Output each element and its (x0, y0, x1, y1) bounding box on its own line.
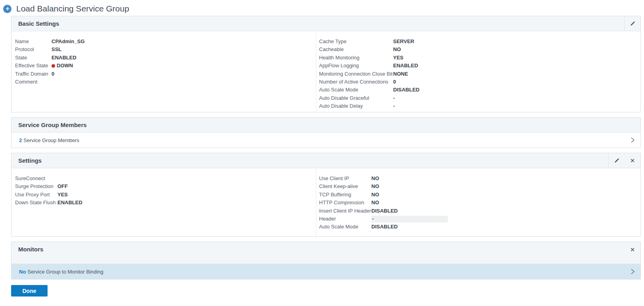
edit-settings-button[interactable] (609, 153, 625, 168)
field-value: 0 (52, 70, 54, 78)
field-row-auto-scale-mode-settings: Auto Scale Mode DISABLED (319, 223, 640, 231)
field-label: Protocol (15, 46, 52, 53)
settings-title: Settings (18, 157, 42, 164)
field-row-effective-state: Effective State DOWN (15, 62, 316, 70)
service-group-members-title: Service Group Members (18, 122, 87, 128)
field-label: Auto Scale Mode (319, 223, 371, 231)
field-row-health-monitoring: Health Monitoring YES (319, 54, 640, 62)
basic-settings-body: Name CPAdmin_SG Protocol SSL State ENABL… (11, 31, 640, 112)
field-label: Cacheable (319, 46, 393, 53)
field-value: SSL (52, 46, 61, 53)
settings-left-column: SureConnect Surge Protection OFF Use Pro… (11, 168, 316, 236)
field-value: ENABLED (52, 54, 76, 62)
field-row-surge-protection: Surge Protection OFF (15, 182, 316, 190)
field-row-use-proxy-port: Use Proxy Port YES (15, 191, 316, 199)
monitor-binding-link-row[interactable]: No Service Group to Monitor Binding (11, 264, 640, 279)
basic-settings-panel: Basic Settings Name CPAdmin_SG Protocol (11, 16, 641, 112)
close-monitors-button[interactable]: ✕ (625, 242, 640, 257)
field-row-name: Name CPAdmin_SG (15, 38, 316, 46)
field-label: Insert Client IP Header (319, 207, 371, 215)
field-row-number-of-active-connections: Number of Active Connections 0 (319, 78, 640, 86)
field-label: Header (319, 215, 371, 223)
done-button[interactable]: Done (11, 285, 48, 296)
member-count: 2 (19, 137, 22, 143)
settings-actions: ✕ (608, 153, 640, 168)
settings-panel: Settings ✕ SureConnect (11, 153, 641, 237)
field-value: SERVER (393, 38, 414, 46)
field-value: DISABLED (393, 86, 419, 94)
basic-settings-right-column: Cache Type SERVER Cacheable NO Health Mo… (316, 31, 640, 112)
field-value: DISABLED (371, 207, 397, 215)
field-row-down-state-flush: Down State Flush ENABLED (15, 199, 316, 207)
status-down-dot-icon (52, 64, 55, 68)
field-row-traffic-domain: Traffic Domain 0 (15, 70, 316, 78)
field-value: ENABLED (57, 199, 82, 207)
field-value: OFF (57, 182, 68, 190)
close-settings-button[interactable]: ✕ (625, 153, 640, 168)
field-label: AppFlow Logging (319, 62, 393, 70)
chevron-right-icon (631, 268, 635, 275)
field-label: Effective State (15, 62, 52, 70)
field-value: NONE (393, 70, 408, 78)
field-value: CPAdmin_SG (52, 38, 85, 46)
field-row-cache-type: Cache Type SERVER (319, 38, 640, 46)
chevron-right-icon (631, 137, 635, 144)
field-row-comment: Comment (15, 78, 316, 86)
field-row-sureconnect: SureConnect (15, 175, 316, 182)
monitors-title: Monitors (18, 242, 43, 257)
member-link-text: Service Group Members (23, 137, 79, 143)
field-row-cacheable: Cacheable NO (319, 46, 640, 53)
monitor-binding-link-text: Service Group to Monitor Binding (27, 269, 103, 275)
field-label: Use Proxy Port (15, 191, 57, 199)
page-header: Load Balancing Service Group (0, 0, 641, 16)
field-row-auto-disable-delay: Auto Disable Delay - (319, 102, 640, 110)
field-value: YES (393, 54, 403, 62)
field-label: Auto Scale Mode (319, 86, 393, 94)
field-value: NO (371, 182, 379, 190)
field-row-appflow-logging: AppFlow Logging ENABLED (319, 62, 640, 70)
field-value: - (393, 94, 395, 102)
field-label: HTTP Compression (319, 199, 371, 207)
field-value: NO (371, 199, 379, 207)
field-label: Cache Type (319, 38, 393, 46)
field-row-header: Header - (319, 215, 640, 223)
monitor-binding-count: No (19, 269, 26, 275)
field-row-client-keep-alive: Client Keep-alive NO (319, 182, 640, 190)
monitors-header: Monitors ✕ (11, 242, 640, 264)
field-value: DISABLED (371, 223, 397, 231)
page-footer: Done (11, 285, 641, 296)
field-label: State (15, 54, 52, 62)
pencil-icon (630, 21, 636, 27)
back-button[interactable] (3, 5, 11, 13)
field-label: Use Client IP (319, 175, 371, 182)
service-group-members-link-row[interactable]: 2 Service Group Members (11, 133, 640, 148)
close-icon: ✕ (630, 247, 635, 253)
arrow-left-icon (5, 6, 10, 11)
field-label: Name (15, 38, 52, 46)
field-label: Client Keep-alive (319, 182, 371, 190)
pencil-icon (614, 158, 620, 163)
settings-header: Settings ✕ (11, 153, 640, 168)
close-icon: ✕ (630, 158, 635, 163)
field-label: Down State Flush (15, 199, 57, 207)
field-row-monitoring-connection-close-bit: Monitoring Connection Close Bit NONE (319, 70, 640, 78)
field-row-auto-scale-mode: Auto Scale Mode DISABLED (319, 86, 640, 94)
edit-basic-settings-button[interactable] (625, 16, 640, 31)
field-label: SureConnect (15, 175, 57, 182)
status-text: DOWN (57, 62, 73, 70)
service-group-members-panel: Service Group Members 2 Service Group Me… (11, 117, 641, 148)
field-label: Auto Disable Graceful (319, 94, 393, 102)
field-label: Traffic Domain (15, 70, 52, 78)
field-value: DOWN (52, 62, 73, 70)
field-value: - (393, 102, 395, 110)
field-row-state: State ENABLED (15, 54, 316, 62)
field-value: NO (371, 191, 379, 199)
monitors-panel: Monitors ✕ No Service Group to Monitor B… (11, 241, 641, 279)
field-label: Monitoring Connection Close Bit (319, 70, 393, 78)
field-label: Auto Disable Delay (319, 102, 393, 110)
basic-settings-title: Basic Settings (18, 20, 59, 27)
field-value: ENABLED (393, 62, 418, 70)
basic-settings-actions (624, 16, 640, 31)
field-row-insert-client-ip-header: Insert Client IP Header DISABLED (319, 207, 640, 215)
field-value: YES (57, 191, 68, 199)
